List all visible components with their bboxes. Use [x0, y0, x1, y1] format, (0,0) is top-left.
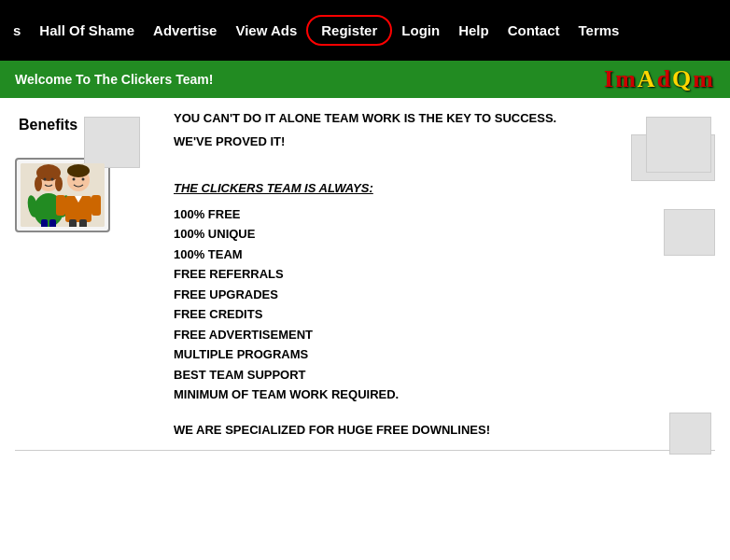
svg-point-19 [73, 178, 76, 181]
bottom-tagline: WE ARE SPECIALIZED FOR HUGE FREE DOWNLIN… [174, 423, 715, 437]
feature-8: MULTIPLE PROGRAMS [174, 344, 715, 364]
feature-6: FREE CREDITS [174, 304, 715, 324]
svg-rect-17 [69, 219, 77, 227]
benefits-label: Benefits [19, 117, 77, 133]
welcome-banner: Welcome To The Clickers Team! ImAdQm [0, 61, 730, 98]
nav-item-register[interactable]: Register [306, 15, 392, 46]
team-icon [21, 163, 105, 227]
svg-point-10 [44, 178, 47, 181]
clickers-title: THE CLICKERS TEAM IS ALWAYS: [174, 181, 715, 195]
svg-point-20 [82, 178, 85, 181]
svg-rect-16 [91, 195, 101, 216]
feature-7: FREE ADVERTISEMENT [174, 325, 715, 344]
nav-item-hall-of-shame[interactable]: Hall Of Shame [30, 22, 144, 38]
features-list: 100% FREE 100% UNIQUE 100% TEAM FREE REF… [174, 204, 715, 404]
nav-item-advertise[interactable]: Advertise [144, 22, 226, 38]
feature-5: FREE UPGRADES [174, 285, 715, 304]
content-area: YOU CAN'T DO IT ALONE TEAM WORK IS THE K… [174, 111, 715, 437]
site-logo: ImAdQm [604, 65, 715, 93]
svg-rect-8 [41, 219, 48, 227]
svg-rect-18 [79, 219, 87, 227]
feature-2: 100% UNIQUE [174, 224, 715, 244]
feature-3: 100% TEAM [174, 245, 715, 264]
bottom-divider [15, 450, 715, 451]
main-content: Benefits [0, 98, 730, 464]
nav-item-help[interactable]: Help [449, 22, 498, 38]
nav-item-contact[interactable]: Contact [498, 22, 569, 38]
feature-9: BEST TEAM SUPPORT [174, 365, 715, 385]
nav-item-view-ads[interactable]: View Ads [226, 22, 306, 38]
navigation: s Hall Of Shame Advertise View Ads Regis… [0, 0, 730, 61]
welcome-text: Welcome To The Clickers Team! [15, 72, 213, 87]
nav-item-login[interactable]: Login [392, 22, 449, 38]
feature-1: 100% FREE [174, 204, 715, 224]
svg-point-3 [35, 176, 42, 191]
nav-item-s[interactable]: s [4, 22, 30, 38]
svg-point-11 [51, 178, 54, 181]
feature-10: MINIMUM OF TEAM WORK REQUIRED. [174, 385, 715, 404]
placeholder-bottom-right [669, 413, 711, 455]
placeholder-top-left [84, 117, 140, 168]
people-svg [21, 163, 105, 227]
placeholder-mid-right [664, 209, 715, 256]
proved-section: WE'VE PROVED IT! [174, 134, 715, 181]
svg-rect-9 [49, 219, 56, 227]
tagline1: YOU CAN'T DO IT ALONE TEAM WORK IS THE K… [174, 111, 715, 125]
features-section: 100% FREE 100% UNIQUE 100% TEAM FREE REF… [174, 204, 715, 413]
svg-point-4 [55, 176, 63, 191]
placeholder-top-right [646, 117, 711, 173]
svg-point-13 [67, 164, 90, 177]
svg-rect-15 [56, 195, 65, 216]
nav-item-terms[interactable]: Terms [569, 22, 629, 38]
team-image [15, 158, 110, 232]
feature-4: FREE REFERRALS [174, 264, 715, 284]
